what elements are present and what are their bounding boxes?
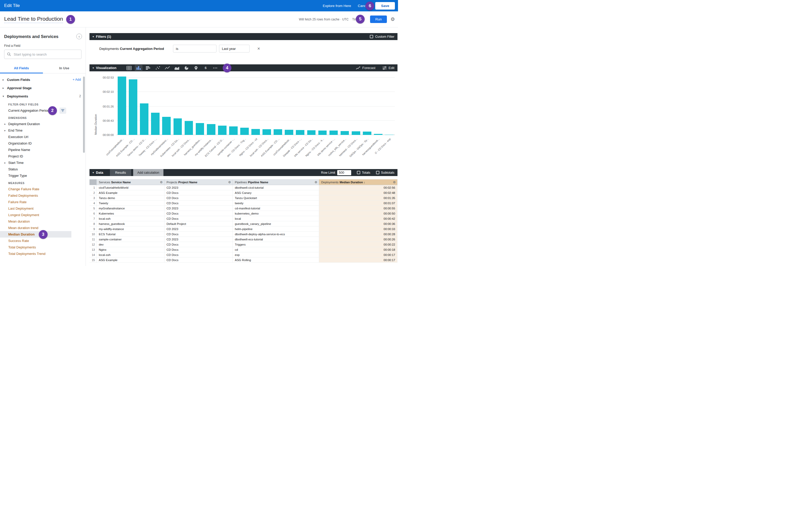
chart-bar-3[interactable] <box>140 103 148 135</box>
cell-service-name[interactable]: harness_guestbook <box>97 221 165 226</box>
map-pin-icon[interactable] <box>192 65 200 71</box>
collapse-filters-icon[interactable]: ▾ <box>93 35 94 38</box>
cell-service-name[interactable]: local-ssh <box>97 216 165 221</box>
cell-median-duration[interactable]: 00:01:07 <box>319 201 397 206</box>
cell-median-duration[interactable]: 00:00:50 <box>319 211 397 216</box>
cell-service-name[interactable]: dev <box>97 242 165 247</box>
cell-project-name[interactable]: Default Project <box>165 221 233 226</box>
chart-bar-18[interactable] <box>307 130 316 135</box>
cell-project-name[interactable]: CD Docs <box>165 211 233 216</box>
cell-median-duration[interactable]: 00:01:35 <box>319 195 397 201</box>
field-total-deployments-trend[interactable]: Total Deployments Trend <box>0 250 86 257</box>
chart-bar-22[interactable] <box>352 131 360 135</box>
sidebar-group-approval-stage[interactable]: ▸ Approval Stage <box>0 84 86 92</box>
cell-pipeline-name[interactable]: helm-pipeline <box>233 226 319 232</box>
cell-project-name[interactable]: CD Docs <box>165 258 233 263</box>
chart-bar-15[interactable] <box>274 129 282 135</box>
cell-pipeline-name[interactable]: local <box>233 216 319 221</box>
cell-project-name[interactable]: CD Docs <box>165 232 233 237</box>
chart-bar-11[interactable] <box>229 127 238 135</box>
field-organization-id[interactable]: Organization ID <box>0 140 86 147</box>
add-calculation-button[interactable]: Add calculation <box>133 169 163 176</box>
search-input[interactable] <box>13 52 79 57</box>
collapse-data-icon[interactable]: ▾ <box>93 171 94 174</box>
chart-bar-2[interactable] <box>129 79 137 135</box>
chart-bar-10[interactable] <box>218 126 226 135</box>
column-header-service-name[interactable]: ServicesService Name ⚙ <box>97 179 165 185</box>
cell-pipeline-name[interactable]: dbothwell-ecs-tutorial <box>233 237 319 242</box>
cell-pipeline-name[interactable]: ASG Canary <box>233 190 319 195</box>
field-failure-rate[interactable]: Failure Rate <box>0 199 86 205</box>
collapse-sidebar-icon[interactable]: ‹ <box>76 34 82 39</box>
field-trigger-type[interactable]: Trigger Type <box>0 172 86 179</box>
chart-bar-25[interactable] <box>385 135 394 135</box>
field-failed-deployments[interactable]: Failed Deployments <box>0 192 86 199</box>
explore-from-here-link[interactable]: Explore from Here <box>323 4 351 8</box>
cell-median-duration[interactable]: 00:00:42 <box>319 216 397 221</box>
cell-pipeline-name[interactable]: Triggers <box>233 242 319 247</box>
tab-results[interactable]: Results <box>110 169 131 176</box>
field-status[interactable]: Status <box>0 166 86 172</box>
forecast-button[interactable]: Forecast <box>356 66 375 70</box>
cell-project-name[interactable]: CD 2023 <box>165 206 233 211</box>
cell-service-name[interactable]: Kubernetes <box>97 211 165 216</box>
add-custom-field-link[interactable]: + Add <box>73 78 81 81</box>
cell-project-name[interactable]: CD Docs <box>165 242 233 247</box>
field-current-aggregation-period[interactable]: Current Aggregation Period 2 <box>0 107 86 114</box>
totals-checkbox[interactable] <box>357 171 360 174</box>
cell-median-duration[interactable]: 00:00:33 <box>319 226 397 232</box>
cell-project-name[interactable]: CD Docs <box>165 247 233 252</box>
cell-project-name[interactable]: CD 2023 <box>165 185 233 190</box>
field-longest-deployment[interactable]: Longest Deployment <box>0 212 86 218</box>
column-gear-icon[interactable]: ⚙ <box>228 180 231 184</box>
field-mean-duration[interactable]: Mean duration <box>0 218 86 225</box>
field-total-deployments[interactable]: Total Deployments <box>0 244 86 250</box>
chart-bar-12[interactable] <box>240 128 249 135</box>
field-change-failure-rate[interactable]: Change Failure Rate <box>0 186 86 192</box>
field-end-time[interactable]: ▸ End Time <box>0 127 86 134</box>
cell-service-name[interactable]: Tweety <box>97 201 165 206</box>
column-gear-icon[interactable]: ⚙ <box>393 180 396 184</box>
cell-service-name[interactable]: sample-container <box>97 237 165 242</box>
line-chart-icon[interactable] <box>163 65 171 71</box>
column-header-project-name[interactable]: ProjectsProject Name ⚙ <box>165 179 233 185</box>
cell-pipeline-name[interactable]: Tanzu Quickstart <box>233 195 319 201</box>
field-deployment-duration[interactable]: ▸ Deployment Duration <box>0 121 86 127</box>
column-gear-icon[interactable]: ⚙ <box>160 180 163 184</box>
field-execution-url[interactable]: Execution Url <box>0 134 86 140</box>
remove-filter-icon[interactable]: × <box>257 46 260 52</box>
tile-title-input[interactable]: Lead Time to Production <box>4 16 63 23</box>
cell-project-name[interactable]: CD Docs <box>165 201 233 206</box>
cell-pipeline-name[interactable]: dbothwell-cicd-tutorial <box>233 185 319 190</box>
table-icon[interactable] <box>125 65 133 71</box>
area-chart-icon[interactable] <box>173 65 181 71</box>
cell-project-name[interactable]: CD Docs <box>165 195 233 201</box>
more-icon[interactable] <box>211 65 219 71</box>
run-button[interactable]: Run <box>370 16 387 23</box>
chart-bar-6[interactable] <box>173 118 182 135</box>
save-button[interactable]: Save <box>375 2 395 10</box>
cell-pipeline-name[interactable]: ASG Rolling <box>233 258 319 263</box>
chart-bar-23[interactable] <box>363 132 371 135</box>
field-pipeline-name[interactable]: Pipeline Name <box>0 147 86 153</box>
cell-service-name[interactable]: cicdTutorialHelloWorld <box>97 185 165 190</box>
tab-all-fields[interactable]: All Fields <box>0 63 43 73</box>
chart-bar-4[interactable] <box>151 113 160 135</box>
custom-filter-checkbox[interactable] <box>370 35 373 38</box>
cell-median-duration[interactable]: 00:00:36 <box>319 221 397 226</box>
cell-service-name[interactable]: Tanzu demo <box>97 195 165 201</box>
cell-service-name[interactable]: ASG Example <box>97 258 165 263</box>
cell-service-name[interactable]: local-ssh <box>97 252 165 258</box>
chart-bar-17[interactable] <box>296 130 304 135</box>
cell-pipeline-name[interactable]: kubernetes_demo <box>233 211 319 216</box>
tab-in-use[interactable]: In Use <box>43 63 86 73</box>
chart-bar-5[interactable] <box>162 117 171 135</box>
chart-bar-16[interactable] <box>285 130 293 135</box>
cell-median-duration[interactable]: 00:02:56 <box>319 185 397 190</box>
chart-bar-20[interactable] <box>330 131 338 135</box>
cell-median-duration[interactable]: 00:00:22 <box>319 242 397 247</box>
chart-bar-24[interactable] <box>374 134 383 135</box>
field-start-time[interactable]: ▸ Start Time <box>0 159 86 166</box>
cell-pipeline-name[interactable]: cd-manifest-tutorial <box>233 206 319 211</box>
cell-project-name[interactable]: CD 2023 <box>165 226 233 232</box>
